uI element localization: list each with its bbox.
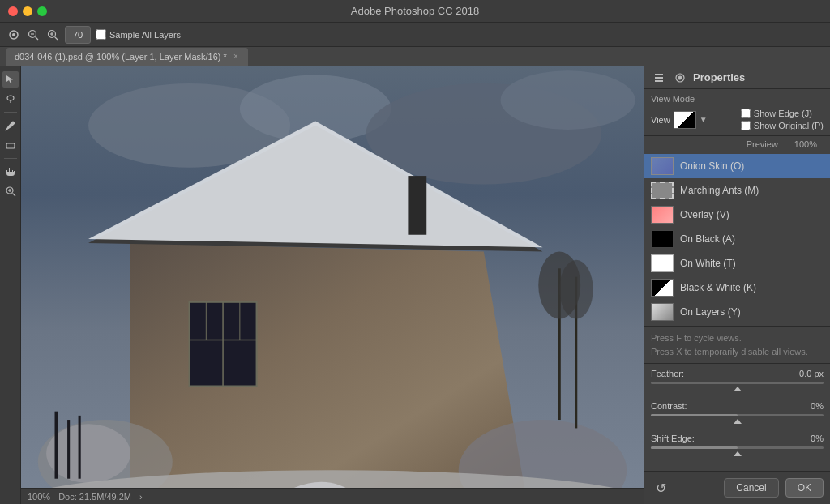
tool-icon[interactable] xyxy=(6,28,21,42)
brush-size[interactable]: 70 xyxy=(65,26,91,44)
view-mode-on-black[interactable]: On Black (A) xyxy=(644,227,830,251)
svg-point-1 xyxy=(12,33,15,36)
svg-rect-36 xyxy=(79,416,81,479)
maximize-button[interactable] xyxy=(37,6,47,16)
show-original-checkbox[interactable] xyxy=(741,121,751,130)
canvas-status-bar: 100% Doc: 21.5M/49.2M › xyxy=(21,488,644,504)
svg-rect-41 xyxy=(655,74,663,75)
black-white-thumb xyxy=(651,279,674,297)
sample-all-layers-label[interactable]: Sample All Layers xyxy=(96,29,181,40)
tab-bar: d034-046 (1).psd @ 100% (Layer 1, Layer … xyxy=(0,47,830,66)
ok-button[interactable]: OK xyxy=(785,478,824,498)
app-title: Adobe Photoshop CC 2018 xyxy=(351,5,479,17)
layers-icon[interactable] xyxy=(651,70,667,86)
on-white-label: On White (T) xyxy=(680,258,736,269)
shift-edge-fill xyxy=(651,446,738,449)
tool-lasso[interactable] xyxy=(2,91,19,107)
svg-point-20 xyxy=(501,70,635,130)
shift-edge-row: Shift Edge: 0% xyxy=(651,434,824,456)
properties-panel: Properties View Mode View ▼ Show Edge (J… xyxy=(644,66,830,504)
view-mode-onion-skin[interactable]: Onion Skin (O) xyxy=(644,154,830,178)
shift-edge-label: Shift Edge: xyxy=(651,434,695,443)
shift-edge-value: 0% xyxy=(783,434,824,443)
view-dropdown[interactable]: View ▼ xyxy=(651,111,708,129)
contrast-thumb-container xyxy=(651,419,824,424)
contrast-value: 0% xyxy=(783,401,824,411)
undo-button[interactable]: ↺ xyxy=(651,478,670,498)
view-checkboxes: Show Edge (J) Show Original (P) xyxy=(741,109,824,130)
contrast-thumb[interactable] xyxy=(734,419,742,424)
view-mode-on-white[interactable]: On White (T) xyxy=(644,251,830,275)
black-white-label: Black & White (K) xyxy=(680,282,756,293)
tool-hand[interactable] xyxy=(2,164,19,180)
dropdown-arrow-icon[interactable]: ▼ xyxy=(700,115,708,124)
onion-skin-label: Onion Skin (O) xyxy=(680,160,744,172)
status-arrow: › xyxy=(139,492,143,502)
tool-zoom[interactable] xyxy=(2,183,19,199)
view-mode-overlay[interactable]: Overlay (V) xyxy=(644,203,830,227)
on-black-label: On Black (A) xyxy=(680,233,735,245)
feather-header: Feather: 0.0 px xyxy=(651,369,824,378)
svg-line-4 xyxy=(36,36,39,40)
left-toolbar xyxy=(0,66,21,504)
cancel-button[interactable]: Cancel xyxy=(724,478,778,498)
tool-eraser[interactable] xyxy=(2,137,19,153)
on-white-thumb xyxy=(651,254,674,272)
view-mode-marching-ants[interactable]: Marching Ants (M) xyxy=(644,178,830,203)
svg-rect-43 xyxy=(655,80,663,82)
feather-thumb[interactable] xyxy=(734,387,742,391)
show-edge-row[interactable]: Show Edge (J) xyxy=(741,109,824,118)
view-mode-on-layers[interactable]: On Layers (Y) xyxy=(644,300,830,324)
sliders-section: Feather: 0.0 px Contrast: 0% xyxy=(644,364,830,471)
on-layers-thumb xyxy=(651,303,674,321)
marching-ants-label: Marching Ants (M) xyxy=(680,185,759,196)
zoom-out-icon[interactable] xyxy=(26,28,41,42)
tab-document[interactable]: d034-046 (1).psd @ 100% (Layer 1, Layer … xyxy=(6,48,248,66)
canvas-image xyxy=(21,66,644,504)
svg-rect-34 xyxy=(55,412,58,479)
top-toolbar: 70 Sample All Layers xyxy=(0,23,830,47)
view-mode-list: Onion Skin (O) Marching Ants (M) Overlay… xyxy=(644,152,830,327)
zoom-in-icon[interactable] xyxy=(45,28,60,42)
adjustments-icon[interactable] xyxy=(672,70,688,86)
sample-all-layers-checkbox[interactable] xyxy=(96,29,106,40)
show-edge-checkbox[interactable] xyxy=(741,109,751,118)
svg-rect-11 xyxy=(6,143,15,148)
tab-close-icon[interactable]: × xyxy=(232,53,240,61)
preview-value: 100% xyxy=(788,138,824,151)
onion-skin-thumb xyxy=(651,157,674,175)
show-original-label: Show Original (P) xyxy=(754,121,824,130)
traffic-lights[interactable] xyxy=(8,6,47,16)
panel-bottom: ↺ Cancel OK xyxy=(644,471,830,504)
tool-brush[interactable] xyxy=(2,117,19,134)
panel-header: Properties xyxy=(644,66,830,89)
shift-edge-header: Shift Edge: 0% xyxy=(651,434,824,443)
contrast-label: Contrast: xyxy=(651,401,687,411)
view-label: View xyxy=(651,115,670,125)
tool-selection[interactable] xyxy=(2,71,19,88)
show-original-row[interactable]: Show Original (P) xyxy=(741,121,824,130)
contrast-track xyxy=(651,414,824,416)
svg-rect-42 xyxy=(655,77,663,79)
svg-line-8 xyxy=(55,36,58,40)
panel-title: Properties xyxy=(693,71,824,83)
view-mode-label: View Mode xyxy=(651,94,824,104)
on-black-thumb xyxy=(651,230,674,248)
shift-edge-track xyxy=(651,446,824,449)
feather-track xyxy=(651,382,824,384)
view-mode-black-white[interactable]: Black & White (K) xyxy=(644,275,830,300)
hint-line-2: Press X to temporarily disable all views… xyxy=(651,345,824,359)
svg-rect-29 xyxy=(408,176,426,235)
canvas-area[interactable]: 100% Doc: 21.5M/49.2M › xyxy=(21,66,644,504)
view-mode-section: View Mode View ▼ Show Edge (J) Show Orig… xyxy=(644,89,830,136)
contrast-fill xyxy=(651,414,738,416)
svg-point-31 xyxy=(46,424,130,483)
view-thumbnail[interactable] xyxy=(674,111,696,129)
shift-edge-thumb[interactable] xyxy=(734,451,742,456)
tab-label: d034-046 (1).psd @ 100% (Layer 1, Layer … xyxy=(15,52,227,62)
overlay-label: Overlay (V) xyxy=(680,209,729,220)
close-button[interactable] xyxy=(8,6,18,16)
svg-line-13 xyxy=(12,194,15,197)
svg-point-40 xyxy=(559,260,593,319)
minimize-button[interactable] xyxy=(23,6,32,16)
